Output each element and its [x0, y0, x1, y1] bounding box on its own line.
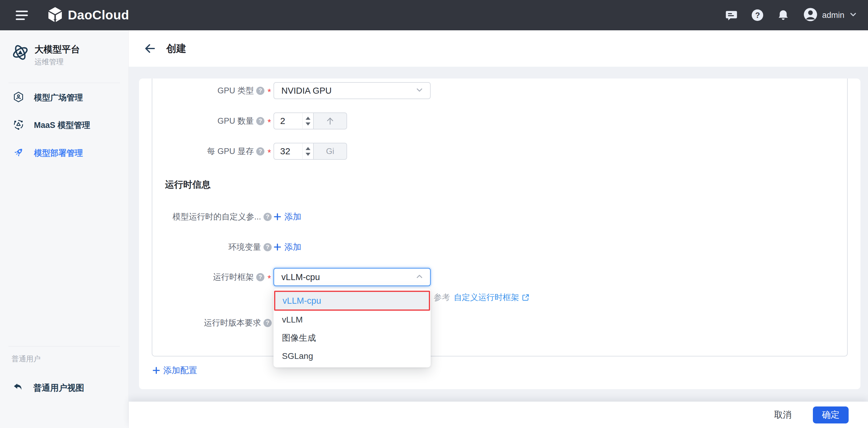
stepper-up-icon[interactable] [306, 117, 310, 120]
custom-runtime-framework-link[interactable]: 自定义运行时框架 [454, 292, 530, 303]
env-vars-row: 环境变量 ? 添加 [139, 238, 301, 256]
cancel-button[interactable]: 取消 [771, 406, 795, 424]
footer-action-bar: 取消 确定 [129, 402, 868, 428]
add-env-var-button[interactable]: 添加 [274, 241, 301, 253]
avatar-icon [803, 7, 818, 23]
help-tooltip-icon[interactable]: ? [264, 213, 272, 221]
runtime-framework-select[interactable]: vLLM-cpu [274, 268, 431, 286]
user-menu[interactable]: admin [803, 7, 858, 23]
notification-bell-icon[interactable] [777, 9, 789, 21]
stepper-down-icon[interactable] [306, 122, 310, 125]
custom-args-label: 模型运行时的自定义参... [172, 211, 261, 222]
form-panel: GPU 类型 ? * NVIDIA GPU GPU 数量 ? * [139, 79, 861, 389]
reference-row: 参考 自定义运行时框架 [434, 292, 530, 303]
help-tooltip-icon[interactable]: ? [264, 319, 272, 327]
runtime-framework-label: 运行时框架 [213, 272, 254, 283]
arrow-up-icon [325, 116, 335, 126]
help-tooltip-icon[interactable]: ? [256, 87, 265, 95]
help-tooltip-icon[interactable]: ? [264, 243, 272, 251]
platform-logo-icon [11, 44, 29, 67]
chevron-up-icon [415, 272, 424, 282]
runtime-section-title: 运行时信息 [165, 178, 211, 191]
scale-up-addon-button[interactable] [314, 112, 347, 130]
required-marker: * [267, 275, 272, 281]
required-marker: * [267, 149, 272, 155]
help-tooltip-icon[interactable]: ? [256, 273, 265, 281]
required-marker: * [267, 89, 272, 95]
runtime-version-row: 运行时版本要求 ? [139, 314, 272, 331]
content-area: GPU 类型 ? * NVIDIA GPU GPU 数量 ? * [129, 67, 868, 428]
help-icon[interactable]: ? [752, 9, 763, 21]
required-marker: * [267, 119, 272, 125]
add-custom-arg-button[interactable]: 添加 [274, 211, 301, 223]
help-tooltip-icon[interactable]: ? [256, 117, 265, 125]
page-title: 创建 [166, 42, 186, 55]
dropdown-option-vllm[interactable]: vLLM [274, 311, 431, 329]
runtime-framework-dropdown: vLLM-cpu vLLM 图像生成 SGLang [274, 289, 431, 367]
sidebar-divider [8, 83, 120, 83]
plus-icon [274, 243, 281, 251]
gpu-count-row: GPU 数量 ? * 2 [139, 112, 347, 130]
chevron-down-icon [848, 10, 858, 20]
custom-args-row: 模型运行时的自定义参... ? 添加 [139, 208, 301, 225]
gpu-count-label: GPU 数量 [217, 115, 254, 126]
gpu-memory-row: 每 GPU 显存 ? * 32 Gi [139, 143, 347, 160]
rocket-icon [13, 147, 24, 160]
topbar: DaoCloud ? admin [0, 0, 868, 30]
plus-icon [274, 213, 281, 221]
reference-prefix: 参考 [434, 292, 450, 303]
reply-arrow-icon [13, 382, 24, 394]
unit-addon: Gi [314, 143, 347, 160]
gpu-count-input[interactable]: 2 [274, 112, 314, 130]
stepper-down-icon[interactable] [306, 153, 310, 156]
hexagon-model-icon [13, 91, 24, 104]
sidebar-item-model-deploy[interactable]: 模型部署管理 [0, 143, 128, 163]
runtime-version-label: 运行时版本要求 [204, 317, 261, 328]
dropdown-option-vllm-cpu click-target-annotation[interactable]: vLLM-cpu [274, 291, 430, 311]
external-link-icon [522, 293, 530, 302]
hamburger-menu-icon[interactable] [16, 10, 28, 20]
chevron-down-icon [415, 85, 424, 96]
runtime-framework-row: 运行时框架 ? * vLLM-cpu [139, 268, 431, 286]
maas-circle-icon [13, 119, 24, 132]
platform-title: 大模型平台 [34, 44, 80, 55]
gpu-memory-input[interactable]: 32 [274, 143, 314, 160]
sidebar-item-maas-model[interactable]: MaaS 模型管理 [0, 115, 128, 135]
add-config-button[interactable]: 添加配置 [152, 365, 197, 376]
gpu-type-label: GPU 类型 [217, 85, 254, 96]
sidebar-divider [8, 346, 120, 346]
stepper-up-icon[interactable] [306, 147, 310, 150]
daocloud-logo: DaoCloud [46, 6, 129, 24]
gpu-type-row: GPU 类型 ? * NVIDIA GPU [139, 82, 431, 99]
platform-header: 大模型平台 运维管理 [11, 44, 80, 67]
plus-icon [152, 367, 160, 374]
sidebar-item-model-square[interactable]: 模型广场管理 [0, 88, 128, 107]
platform-subtitle: 运维管理 [34, 57, 80, 67]
sidebar-group-label: 普通用户 [11, 354, 40, 364]
daocloud-cube-icon [46, 6, 64, 24]
page-header: 创建 [129, 30, 868, 67]
number-stepper[interactable] [302, 113, 313, 129]
back-arrow-icon[interactable] [144, 42, 156, 55]
confirm-button[interactable]: 确定 [813, 406, 848, 424]
sidebar-item-normal-user-view[interactable]: 普通用户视图 [0, 378, 128, 398]
number-stepper[interactable] [302, 143, 313, 159]
dropdown-option-sglang[interactable]: SGLang [274, 347, 431, 365]
sidebar: 大模型平台 运维管理 模型广场管理 MaaS [0, 30, 129, 428]
brand-wordmark: DaoCloud [68, 8, 129, 23]
dropdown-option-image-generation[interactable]: 图像生成 [274, 329, 431, 347]
message-icon[interactable] [725, 9, 738, 22]
gpu-type-select[interactable]: NVIDIA GPU [274, 82, 431, 99]
user-name: admin [822, 10, 844, 20]
gpu-memory-label: 每 GPU 显存 [207, 146, 254, 157]
help-tooltip-icon[interactable]: ? [256, 147, 265, 155]
env-vars-label: 环境变量 [228, 241, 261, 253]
